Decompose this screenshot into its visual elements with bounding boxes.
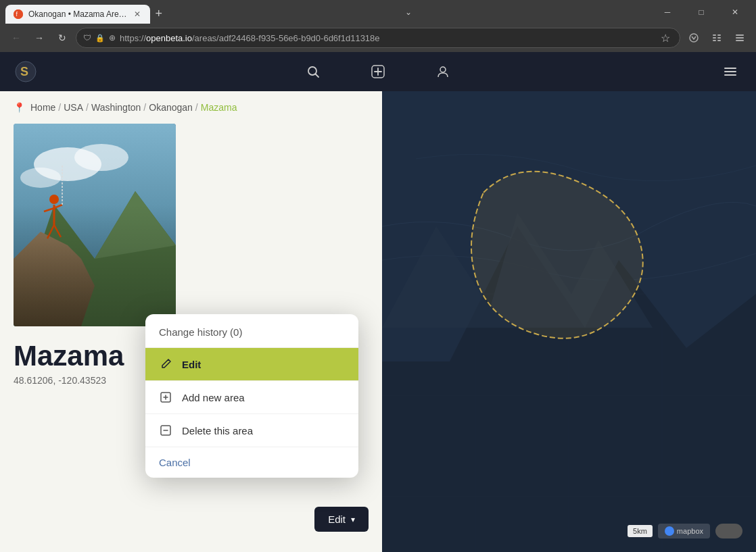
edit-label: Edit <box>328 513 346 525</box>
mapbox-icon <box>665 526 674 536</box>
svg-rect-5 <box>713 40 716 41</box>
scale-label: 5km <box>633 527 647 535</box>
breadcrumb-sep-3: / <box>143 102 146 113</box>
tab-title: Okanogan • Mazama Are… <box>28 9 127 19</box>
browser-tabs: f Okanogan • Mazama Are… ✕ + <box>5 0 165 24</box>
app-header: S <box>0 52 756 91</box>
dropdown-cancel-button[interactable]: Cancel <box>145 447 358 478</box>
map-background: 5km mapbox <box>382 91 756 552</box>
url-display: https://openbeta.io/areas/adf24468-f935-… <box>120 33 654 43</box>
tab-controls: ⌄ <box>400 5 417 20</box>
dropdown-header: Change history (0) <box>145 314 358 348</box>
dropdown-menu: Change history (0) Edit Add new area <box>145 314 358 478</box>
svg-rect-3 <box>713 34 716 36</box>
chevron-down-icon: ▾ <box>351 515 355 524</box>
new-tab-button[interactable]: + <box>153 4 166 24</box>
bookmark-button[interactable]: ☆ <box>658 29 673 47</box>
svg-point-0 <box>14 9 23 19</box>
breadcrumb-state[interactable]: Washington <box>91 102 141 113</box>
hamburger-menu-button[interactable] <box>718 59 742 84</box>
dropdown-delete-label: Delete this area <box>182 425 253 436</box>
svg-rect-11 <box>736 40 744 41</box>
toolbar-right <box>684 28 749 47</box>
map-style-toggle[interactable] <box>715 524 742 538</box>
dropdown-edit-label: Edit <box>182 359 201 370</box>
window-controls: ─ □ ✕ <box>652 2 751 22</box>
minimize-button[interactable]: ─ <box>652 2 683 22</box>
forward-button[interactable]: → <box>30 28 49 47</box>
svg-line-15 <box>316 74 319 78</box>
edit-dropdown-button[interactable]: Edit ▾ <box>314 507 369 532</box>
app-logo: S <box>14 59 38 84</box>
tabs-dropdown-button[interactable]: ⌄ <box>400 5 417 20</box>
profile-button[interactable] <box>431 59 455 84</box>
maximize-button[interactable]: □ <box>686 2 717 22</box>
url-domain: openbeta.io <box>146 33 192 43</box>
breadcrumb-sep-4: / <box>195 102 198 113</box>
svg-rect-9 <box>736 34 744 36</box>
svg-rect-4 <box>713 37 716 39</box>
mapbox-label: mapbox <box>677 527 703 535</box>
svg-point-2 <box>690 34 698 42</box>
address-bar[interactable]: 🛡 🔒 ⊕ https://openbeta.io/areas/adf24468… <box>76 28 680 48</box>
dropdown-edit-item[interactable]: Edit <box>145 348 358 381</box>
lock-icon: 🔒 <box>95 34 105 43</box>
delete-icon <box>159 424 172 437</box>
shield-icon: 🛡 <box>83 33 91 43</box>
edit-button-container: Edit ▾ <box>314 507 369 532</box>
breadcrumb-region[interactable]: Okanogan <box>149 102 193 113</box>
dropdown-add-area-label: Add new area <box>182 392 245 403</box>
map-scale: 5km <box>628 525 653 537</box>
left-panel: 📍 Home / USA / Washington / Okanogan / M… <box>0 91 382 552</box>
svg-rect-7 <box>717 37 721 39</box>
breadcrumb-sep-1: / <box>58 102 61 113</box>
browser-frame: f Okanogan • Mazama Are… ✕ + ⌄ ─ □ ✕ ← →… <box>0 0 756 552</box>
mapbox-attribution: mapbox <box>658 524 710 538</box>
svg-rect-10 <box>736 37 744 39</box>
breadcrumb-sep-2: / <box>86 102 89 113</box>
svg-rect-8 <box>717 40 721 41</box>
firefox-sync-button[interactable] <box>707 28 726 47</box>
close-button[interactable]: ✕ <box>719 2 751 22</box>
svg-rect-6 <box>717 34 721 36</box>
breadcrumb-country[interactable]: USA <box>64 102 83 113</box>
svg-text:S: S <box>20 65 28 78</box>
search-button[interactable] <box>301 59 325 84</box>
hero-image <box>14 124 176 326</box>
tab-close-button[interactable]: ✕ <box>133 9 142 19</box>
connection-icon: ⊕ <box>109 33 116 43</box>
back-button[interactable]: ← <box>7 28 26 47</box>
url-protocol: https:// <box>120 33 146 43</box>
map-controls: 5km mapbox <box>628 524 742 538</box>
browser-titlebar: f Okanogan • Mazama Are… ✕ + ⌄ ─ □ ✕ <box>0 0 756 24</box>
add-button[interactable] <box>366 59 390 84</box>
app-content: S <box>0 52 756 552</box>
add-area-icon <box>159 391 172 404</box>
breadcrumb-home[interactable]: Home <box>30 102 55 113</box>
breadcrumb: 📍 Home / USA / Washington / Okanogan / M… <box>0 91 382 124</box>
breadcrumb-area[interactable]: Mazama <box>201 102 237 113</box>
hero-image-overlay <box>14 124 176 326</box>
pocket-button[interactable] <box>684 28 703 47</box>
active-tab[interactable]: f Okanogan • Mazama Are… ✕ <box>5 5 150 24</box>
dropdown-delete-item[interactable]: Delete this area <box>145 414 358 447</box>
dropdown-add-area-item[interactable]: Add new area <box>145 381 358 414</box>
refresh-button[interactable]: ↻ <box>53 28 72 47</box>
header-center <box>38 59 718 84</box>
right-panel: 5km mapbox <box>382 91 756 552</box>
tab-favicon: f <box>14 9 23 19</box>
svg-point-19 <box>440 67 446 72</box>
menu-button[interactable] <box>730 28 749 47</box>
map-svg <box>382 91 756 552</box>
edit-icon <box>159 357 172 371</box>
url-path: /areas/adf24468-f935-56e6-b9d0-6d6f1d113… <box>192 33 380 43</box>
browser-toolbar: ← → ↻ 🛡 🔒 ⊕ https://openbeta.io/areas/ad… <box>0 24 756 52</box>
location-pin-icon: 📍 <box>14 102 25 113</box>
main-area: 📍 Home / USA / Washington / Okanogan / M… <box>0 91 756 552</box>
